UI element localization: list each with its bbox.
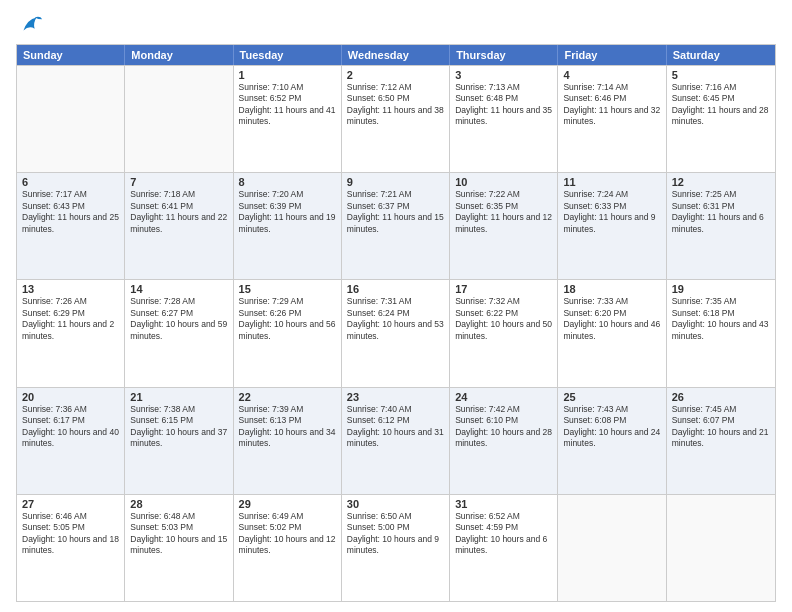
day-detail: Sunrise: 7:42 AM Sunset: 6:10 PM Dayligh… <box>455 404 552 450</box>
calendar-day-3: 3Sunrise: 7:13 AM Sunset: 6:48 PM Daylig… <box>450 66 558 172</box>
calendar-day-11: 11Sunrise: 7:24 AM Sunset: 6:33 PM Dayli… <box>558 173 666 279</box>
calendar-day-1: 1Sunrise: 7:10 AM Sunset: 6:52 PM Daylig… <box>234 66 342 172</box>
day-detail: Sunrise: 7:43 AM Sunset: 6:08 PM Dayligh… <box>563 404 660 450</box>
day-detail: Sunrise: 7:14 AM Sunset: 6:46 PM Dayligh… <box>563 82 660 128</box>
day-number: 24 <box>455 391 552 403</box>
day-number: 7 <box>130 176 227 188</box>
day-detail: Sunrise: 7:20 AM Sunset: 6:39 PM Dayligh… <box>239 189 336 235</box>
day-detail: Sunrise: 7:45 AM Sunset: 6:07 PM Dayligh… <box>672 404 770 450</box>
calendar-day-5: 5Sunrise: 7:16 AM Sunset: 6:45 PM Daylig… <box>667 66 775 172</box>
calendar-day-13: 13Sunrise: 7:26 AM Sunset: 6:29 PM Dayli… <box>17 280 125 386</box>
calendar-day-7: 7Sunrise: 7:18 AM Sunset: 6:41 PM Daylig… <box>125 173 233 279</box>
calendar-week-4: 20Sunrise: 7:36 AM Sunset: 6:17 PM Dayli… <box>17 387 775 494</box>
day-number: 17 <box>455 283 552 295</box>
day-detail: Sunrise: 6:46 AM Sunset: 5:05 PM Dayligh… <box>22 511 119 557</box>
day-detail: Sunrise: 7:25 AM Sunset: 6:31 PM Dayligh… <box>672 189 770 235</box>
calendar-day-23: 23Sunrise: 7:40 AM Sunset: 6:12 PM Dayli… <box>342 388 450 494</box>
day-detail: Sunrise: 7:35 AM Sunset: 6:18 PM Dayligh… <box>672 296 770 342</box>
logo <box>16 10 46 38</box>
calendar-day-27: 27Sunrise: 6:46 AM Sunset: 5:05 PM Dayli… <box>17 495 125 601</box>
day-number: 21 <box>130 391 227 403</box>
day-number: 9 <box>347 176 444 188</box>
day-detail: Sunrise: 6:49 AM Sunset: 5:02 PM Dayligh… <box>239 511 336 557</box>
day-number: 29 <box>239 498 336 510</box>
day-detail: Sunrise: 7:21 AM Sunset: 6:37 PM Dayligh… <box>347 189 444 235</box>
calendar-header-friday: Friday <box>558 45 666 65</box>
calendar-day-19: 19Sunrise: 7:35 AM Sunset: 6:18 PM Dayli… <box>667 280 775 386</box>
calendar-week-1: 1Sunrise: 7:10 AM Sunset: 6:52 PM Daylig… <box>17 65 775 172</box>
day-detail: Sunrise: 7:38 AM Sunset: 6:15 PM Dayligh… <box>130 404 227 450</box>
calendar-week-2: 6Sunrise: 7:17 AM Sunset: 6:43 PM Daylig… <box>17 172 775 279</box>
calendar-header-wednesday: Wednesday <box>342 45 450 65</box>
calendar-day-18: 18Sunrise: 7:33 AM Sunset: 6:20 PM Dayli… <box>558 280 666 386</box>
day-detail: Sunrise: 6:50 AM Sunset: 5:00 PM Dayligh… <box>347 511 444 557</box>
calendar-empty-cell <box>17 66 125 172</box>
calendar-day-2: 2Sunrise: 7:12 AM Sunset: 6:50 PM Daylig… <box>342 66 450 172</box>
calendar-day-12: 12Sunrise: 7:25 AM Sunset: 6:31 PM Dayli… <box>667 173 775 279</box>
day-detail: Sunrise: 7:40 AM Sunset: 6:12 PM Dayligh… <box>347 404 444 450</box>
day-number: 12 <box>672 176 770 188</box>
day-detail: Sunrise: 7:36 AM Sunset: 6:17 PM Dayligh… <box>22 404 119 450</box>
day-detail: Sunrise: 7:24 AM Sunset: 6:33 PM Dayligh… <box>563 189 660 235</box>
calendar-day-31: 31Sunrise: 6:52 AM Sunset: 4:59 PM Dayli… <box>450 495 558 601</box>
calendar-day-8: 8Sunrise: 7:20 AM Sunset: 6:39 PM Daylig… <box>234 173 342 279</box>
day-detail: Sunrise: 7:28 AM Sunset: 6:27 PM Dayligh… <box>130 296 227 342</box>
day-detail: Sunrise: 7:33 AM Sunset: 6:20 PM Dayligh… <box>563 296 660 342</box>
day-number: 13 <box>22 283 119 295</box>
day-number: 3 <box>455 69 552 81</box>
header <box>16 10 776 38</box>
day-number: 23 <box>347 391 444 403</box>
day-number: 18 <box>563 283 660 295</box>
calendar-day-28: 28Sunrise: 6:48 AM Sunset: 5:03 PM Dayli… <box>125 495 233 601</box>
page: SundayMondayTuesdayWednesdayThursdayFrid… <box>0 0 792 612</box>
day-number: 4 <box>563 69 660 81</box>
day-number: 22 <box>239 391 336 403</box>
calendar-day-24: 24Sunrise: 7:42 AM Sunset: 6:10 PM Dayli… <box>450 388 558 494</box>
day-detail: Sunrise: 6:48 AM Sunset: 5:03 PM Dayligh… <box>130 511 227 557</box>
calendar-header-monday: Monday <box>125 45 233 65</box>
day-detail: Sunrise: 7:31 AM Sunset: 6:24 PM Dayligh… <box>347 296 444 342</box>
day-number: 31 <box>455 498 552 510</box>
day-number: 20 <box>22 391 119 403</box>
calendar-day-30: 30Sunrise: 6:50 AM Sunset: 5:00 PM Dayli… <box>342 495 450 601</box>
calendar-body: 1Sunrise: 7:10 AM Sunset: 6:52 PM Daylig… <box>17 65 775 601</box>
day-detail: Sunrise: 6:52 AM Sunset: 4:59 PM Dayligh… <box>455 511 552 557</box>
day-number: 28 <box>130 498 227 510</box>
day-number: 26 <box>672 391 770 403</box>
calendar-header-saturday: Saturday <box>667 45 775 65</box>
day-number: 11 <box>563 176 660 188</box>
day-detail: Sunrise: 7:12 AM Sunset: 6:50 PM Dayligh… <box>347 82 444 128</box>
calendar-header-row: SundayMondayTuesdayWednesdayThursdayFrid… <box>17 45 775 65</box>
day-number: 1 <box>239 69 336 81</box>
logo-bird-icon <box>16 10 44 38</box>
calendar-week-5: 27Sunrise: 6:46 AM Sunset: 5:05 PM Dayli… <box>17 494 775 601</box>
day-number: 8 <box>239 176 336 188</box>
calendar-day-9: 9Sunrise: 7:21 AM Sunset: 6:37 PM Daylig… <box>342 173 450 279</box>
day-detail: Sunrise: 7:39 AM Sunset: 6:13 PM Dayligh… <box>239 404 336 450</box>
day-detail: Sunrise: 7:13 AM Sunset: 6:48 PM Dayligh… <box>455 82 552 128</box>
day-number: 10 <box>455 176 552 188</box>
calendar-day-10: 10Sunrise: 7:22 AM Sunset: 6:35 PM Dayli… <box>450 173 558 279</box>
day-number: 15 <box>239 283 336 295</box>
calendar-day-17: 17Sunrise: 7:32 AM Sunset: 6:22 PM Dayli… <box>450 280 558 386</box>
calendar-day-21: 21Sunrise: 7:38 AM Sunset: 6:15 PM Dayli… <box>125 388 233 494</box>
calendar-day-22: 22Sunrise: 7:39 AM Sunset: 6:13 PM Dayli… <box>234 388 342 494</box>
day-detail: Sunrise: 7:16 AM Sunset: 6:45 PM Dayligh… <box>672 82 770 128</box>
calendar-empty-cell <box>125 66 233 172</box>
calendar-header-sunday: Sunday <box>17 45 125 65</box>
day-detail: Sunrise: 7:10 AM Sunset: 6:52 PM Dayligh… <box>239 82 336 128</box>
calendar-header-tuesday: Tuesday <box>234 45 342 65</box>
day-number: 6 <box>22 176 119 188</box>
calendar-header-thursday: Thursday <box>450 45 558 65</box>
day-number: 27 <box>22 498 119 510</box>
calendar-week-3: 13Sunrise: 7:26 AM Sunset: 6:29 PM Dayli… <box>17 279 775 386</box>
calendar-day-26: 26Sunrise: 7:45 AM Sunset: 6:07 PM Dayli… <box>667 388 775 494</box>
day-number: 14 <box>130 283 227 295</box>
calendar-day-29: 29Sunrise: 6:49 AM Sunset: 5:02 PM Dayli… <box>234 495 342 601</box>
day-detail: Sunrise: 7:22 AM Sunset: 6:35 PM Dayligh… <box>455 189 552 235</box>
calendar-day-16: 16Sunrise: 7:31 AM Sunset: 6:24 PM Dayli… <box>342 280 450 386</box>
calendar-day-25: 25Sunrise: 7:43 AM Sunset: 6:08 PM Dayli… <box>558 388 666 494</box>
calendar: SundayMondayTuesdayWednesdayThursdayFrid… <box>16 44 776 602</box>
day-number: 30 <box>347 498 444 510</box>
day-number: 19 <box>672 283 770 295</box>
